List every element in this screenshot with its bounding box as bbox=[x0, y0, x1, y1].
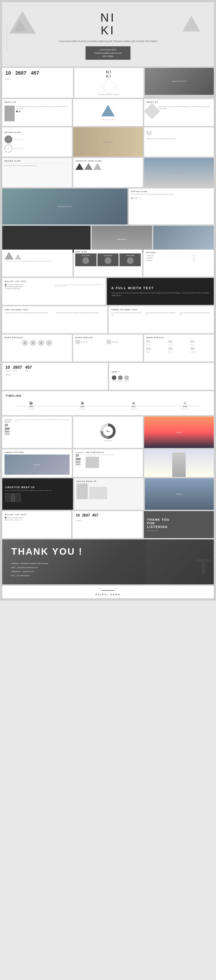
device-2 bbox=[89, 487, 107, 499]
bullet-col-2: Lorem ipsum dolor sit amet consectetur a… bbox=[55, 284, 103, 290]
how7-2: HOW ? bbox=[5, 374, 105, 375]
col-1: Lorem ipsum dolor sit amet consectetur a… bbox=[5, 312, 54, 314]
three-col-title: THREE COLUMNS TEXT bbox=[111, 309, 211, 310]
tl-year-4: 2018 Lorem ipsum bbox=[181, 402, 189, 410]
ws-nums: 01Service 02Service 03Service 04Service … bbox=[146, 340, 211, 353]
author-name: Author name bbox=[7, 593, 209, 596]
tl-desc-1: Lorem ipsum bbox=[27, 409, 35, 410]
m-text: Lorem ipsum dolor sit amet consectetur a… bbox=[146, 138, 211, 140]
divider bbox=[101, 590, 115, 591]
ws-item-1: □ Service 01 bbox=[75, 340, 105, 344]
bullet-body: Lorem ipsum dolor sit amet consectetur a… bbox=[55, 284, 103, 287]
thank-mini-title: THANK YOUFORLISTENING bbox=[147, 518, 211, 529]
ext-stats: Customer Service 15 368 5908 2900 Lorem … bbox=[5, 419, 70, 435]
full-width-text-slide: A FULL WIDTH TEXT Lorem ipsum dolor sit … bbox=[107, 278, 214, 305]
about-title-1: ABOUT US bbox=[5, 101, 70, 103]
stat-3: 457 bbox=[31, 70, 39, 76]
sr-title: THE PORTFOLIO bbox=[86, 452, 141, 453]
creative-team-slide: CREATIVE TEAM SLIDE bbox=[73, 158, 143, 187]
two-col-layout: Lorem ipsum dolor sit amet consectetur a… bbox=[5, 312, 105, 314]
landscape-photo: LANDSCAPE bbox=[73, 127, 143, 157]
tri-content-text: Lorem ipsum dolor sit amet consectetur a… bbox=[5, 260, 70, 262]
full-width-body: Lorem ipsum dolor sit amet consectetur a… bbox=[111, 292, 209, 297]
single-picture-slide: SINGLE PICTURE BUILDING bbox=[2, 449, 72, 477]
ws-text-1: Service 01 bbox=[81, 341, 87, 343]
page-wrapper: NI KI Lorem ipsum dolor sit amet consect… bbox=[0, 0, 216, 601]
tcol-1-text: Lorem ipsum dolor sit amet consectetur a… bbox=[111, 312, 143, 316]
bullet-dot-1 bbox=[5, 284, 6, 285]
tri-set bbox=[5, 252, 70, 259]
sr-text: THE PORTFOLIO Lorem ipsum dolor sit amet… bbox=[86, 452, 141, 468]
s3-1: 10 bbox=[76, 513, 80, 517]
about-img-1 bbox=[5, 106, 14, 121]
tri-blue bbox=[101, 105, 115, 116]
circle-2: 02 bbox=[5, 145, 12, 153]
stats-repeat: Customer 15 368 5908 2900 THE PORTFOLIO … bbox=[73, 449, 143, 477]
stats-r: Customer 15 368 5908 2900 THE PORTFOLIO … bbox=[75, 452, 141, 468]
team-label-1: OUR TEAM bbox=[76, 255, 95, 256]
text-table-title: OPTIONS bbox=[146, 252, 211, 253]
cw-phones bbox=[5, 493, 70, 502]
row-12: TIMELINE 2015 Lorem ipsum 2016 Lorem ips… bbox=[2, 391, 214, 415]
text-table-slide: OPTIONS Lorem ipsum80% consectetur60% ad… bbox=[143, 250, 214, 277]
triangle-wrapper bbox=[101, 105, 115, 118]
phone-2 bbox=[11, 493, 15, 502]
address: Address：Praesent sodales odio sit amet bbox=[11, 562, 205, 565]
cover-slide: NI KI Lorem ipsum dolor sit amet consect… bbox=[2, 2, 214, 67]
option-2-text: Lorem ipsum dolor sit amet consectetur a… bbox=[131, 193, 211, 195]
tri-sm-2 bbox=[15, 254, 21, 259]
bullet-item-3: Praesent sodales odio bbox=[5, 288, 53, 290]
how7-icon-1 bbox=[112, 375, 116, 380]
sr-1: Customer 15 368 5908 2900 bbox=[75, 452, 83, 468]
cover-photo: LANDSCAPE PHOTO bbox=[145, 68, 214, 95]
timeline-years: 2015 Lorem ipsum 2016 Lorem ipsum 2017 L… bbox=[5, 402, 211, 410]
about-text-1: Lorem ipsum dolor sit amet consectetur a… bbox=[16, 106, 70, 110]
ws-n3: 03Service bbox=[191, 340, 211, 346]
how7-slide: HOW ? Item 01 Item 02 Item 03 bbox=[109, 363, 214, 390]
tri-2 bbox=[84, 163, 92, 170]
ws-icon-1: □ bbox=[75, 340, 80, 344]
device-title: DEVICE MOCK UP bbox=[76, 480, 141, 482]
tl-year-1: 2015 Lorem ipsum bbox=[27, 402, 35, 410]
bl2-items: Lorem ipsum dolor sit amet consectetur a… bbox=[5, 517, 68, 520]
proc-4: ♦ bbox=[46, 340, 52, 346]
proc-2: ✉ bbox=[30, 340, 36, 346]
tl-year-3: 2017 Lorem ipsum bbox=[130, 402, 138, 410]
team-label-3: OUR TEAM bbox=[121, 255, 140, 256]
ws-items-1: □ Service 01 □ Service 02 bbox=[75, 340, 141, 344]
how7-label-1: Item 01 bbox=[112, 380, 116, 382]
landscape-label: LANDSCAPE bbox=[103, 141, 113, 143]
stats3-nums: 10 2607 457 bbox=[76, 513, 139, 517]
tl-dot-2 bbox=[81, 402, 84, 405]
row-5: MOUNTAIN PHOTO OPTION SLIDE Lorem ipsum … bbox=[2, 188, 214, 224]
bl2-dot-1 bbox=[5, 517, 6, 518]
row-9: TWO COLUMNS TEXT Lorem ipsum dolor sit a… bbox=[2, 306, 214, 333]
sunset-photo: SUNSET bbox=[144, 417, 214, 448]
pie-chart: 65% bbox=[100, 423, 116, 439]
ext-val-1: 15 bbox=[5, 423, 12, 427]
about-us-1: ABOUT US Lorem ipsum dolor sit amet cons… bbox=[2, 99, 72, 126]
tcol-2-text: Lorem ipsum dolor sit amet consectetur a… bbox=[145, 312, 177, 316]
bullet-dot-2 bbox=[5, 286, 6, 287]
stats-slide-2: 10Lorem 2607ipsum 457dolor HOW ? bbox=[2, 363, 108, 390]
row-3: OPTION SLIDE 01 Lorem ipsum dolor 02 Lor… bbox=[2, 127, 214, 157]
bullet-title: BULLET LIST TEXT bbox=[5, 281, 103, 282]
triangle-content: Lorem ipsum dolor sit amet consectetur a… bbox=[2, 250, 73, 277]
row-13: Customer Service 15 368 5908 2900 Lorem … bbox=[2, 417, 214, 448]
collage-1 bbox=[2, 226, 91, 253]
tri-text: CREATIVE TEAM SLIDE bbox=[101, 119, 115, 121]
tri-sm-1 bbox=[5, 252, 13, 259]
process-icons-1: ⚙ ✉ ★ ♦ bbox=[5, 340, 70, 346]
bullet-cols: Lorem ipsum dolor sit amet consectetur a… bbox=[5, 284, 103, 290]
cover-box: Lorem ipsum dolor Praesent sodales odio … bbox=[86, 46, 130, 59]
ws-text-2: Service 02 bbox=[112, 341, 118, 343]
bl2-item-2: consectetur adipiscing elit bbox=[5, 519, 68, 520]
row-11: 10Lorem 2607ipsum 457dolor HOW ? HOW ? I… bbox=[2, 363, 214, 390]
ext-val-2: 368 bbox=[5, 427, 12, 431]
bird-label: BIRD PHOTO bbox=[117, 239, 127, 240]
team-boxes: OUR TEAM OUR TEAM OUR TEAM bbox=[75, 253, 141, 266]
timeline-slide: TIMELINE 2015 Lorem ipsum 2016 Lorem ips… bbox=[2, 391, 214, 415]
option-slide-2: OPTION SLIDE Lorem ipsum dolor sit amet … bbox=[129, 188, 214, 224]
tcol-1: Lorem ipsum dolor sit amet consectetur a… bbox=[111, 312, 143, 316]
bg-watermark-t: T bbox=[197, 554, 209, 580]
